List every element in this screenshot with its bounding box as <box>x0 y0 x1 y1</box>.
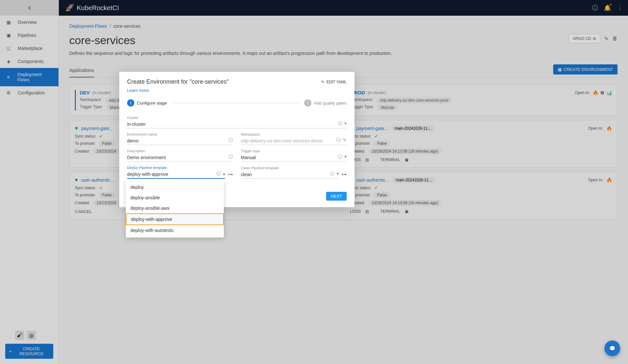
chevron-up-icon[interactable]: ▴ <box>223 171 225 177</box>
step-2-badge: 2 <box>304 99 311 107</box>
deploy-template-label: Deploy Pipeline template <box>127 166 225 170</box>
dropdown-item-deploy-with-approve[interactable]: deploy-with-approve <box>126 213 224 225</box>
info-icon[interactable]: ⓘ <box>336 137 341 143</box>
deploy-pipeline-graph-icon[interactable]: ⊶ <box>228 171 233 177</box>
pencil-icon[interactable]: ✎ <box>343 137 347 143</box>
desc-label: Description <box>127 149 233 153</box>
dropdown-item-deploy-with-autotests[interactable]: deploy-with-autotests <box>126 225 224 236</box>
namespace-input[interactable] <box>241 137 347 145</box>
env-name-label: Environment name <box>127 132 233 136</box>
next-button[interactable]: NEXT <box>326 192 347 201</box>
clean-template-label: Clean Pipeline template <box>241 166 339 170</box>
chevron-down-icon[interactable]: ▾ <box>344 154 347 160</box>
dropdown-item-deploy-ansible[interactable]: deploy-ansible <box>126 192 224 203</box>
clean-template-select[interactable] <box>241 171 339 179</box>
desc-input[interactable] <box>127 154 233 162</box>
pencil-icon: ✎ <box>321 80 324 84</box>
cluster-select[interactable] <box>127 120 347 128</box>
step-1-badge: 1 <box>127 99 134 107</box>
info-icon[interactable]: ⓘ <box>330 171 335 177</box>
chat-fab[interactable]: 💬 <box>604 340 620 356</box>
cluster-label: Cluster <box>127 116 347 120</box>
env-name-input[interactable] <box>127 137 233 145</box>
dropdown-item-deploy-ansible-awx[interactable]: deploy-ansible-awx <box>126 203 224 213</box>
edit-yaml-button[interactable]: ✎EDIT YAML <box>321 80 347 84</box>
info-icon[interactable]: ⓘ <box>228 154 233 160</box>
info-icon[interactable]: ⓘ <box>216 171 221 177</box>
deploy-template-select[interactable] <box>127 170 225 179</box>
info-icon[interactable]: ⓘ <box>338 121 342 126</box>
chevron-down-icon[interactable]: ▾ <box>344 121 347 126</box>
stepper: 1Configure stage 2Add quality gates <box>127 99 347 107</box>
dropdown-item-deploy[interactable]: deploy <box>126 182 224 192</box>
info-icon[interactable]: ⓘ <box>338 154 342 160</box>
trigger-label: Trigger type <box>241 149 347 153</box>
chevron-down-icon[interactable]: ▾ <box>337 171 339 177</box>
namespace-label: Namespace <box>241 132 347 136</box>
info-icon[interactable]: ⓘ <box>228 137 233 143</box>
trigger-select[interactable] <box>241 154 347 162</box>
deploy-template-dropdown: deploy deploy-ansible deploy-ansible-awx… <box>126 180 224 238</box>
learn-more-link[interactable]: Learn more. <box>127 88 347 93</box>
modal-title: Create Environment for "core-services" <box>127 78 229 85</box>
clean-pipeline-graph-icon[interactable]: ⊶ <box>341 171 347 177</box>
chat-icon: 💬 <box>609 345 616 352</box>
